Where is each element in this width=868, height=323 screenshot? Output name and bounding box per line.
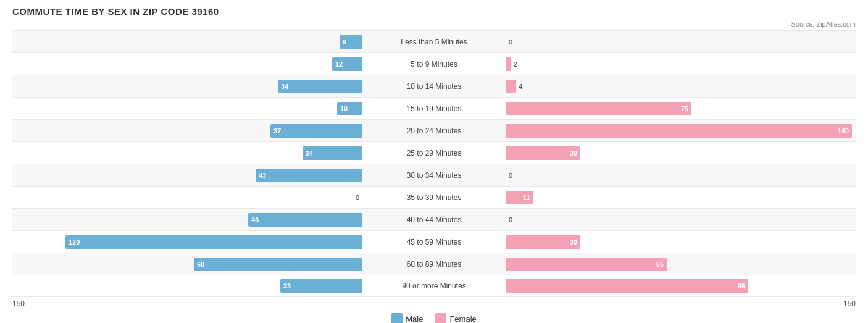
row-label: 20 to 24 Minutes	[364, 127, 504, 135]
chart-area: 9Less than 5 Minutes0125 to 9 Minutes234…	[12, 30, 856, 297]
legend: Male Female	[12, 313, 856, 323]
female-value-inside: 98	[738, 282, 745, 290]
male-value-inside: 37	[273, 127, 281, 135]
female-bar: 75	[506, 102, 691, 115]
legend-female: Female	[435, 313, 476, 323]
chart-row: 6860 to 89 Minutes65	[12, 253, 856, 275]
male-bar: 43	[256, 169, 362, 182]
male-bar: 68	[194, 258, 362, 271]
legend-male-label: Male	[406, 314, 423, 324]
male-value-inside: 120	[69, 238, 80, 246]
source-text: Source: ZipAtlas.com	[12, 20, 856, 28]
row-label: 40 to 44 Minutes	[364, 216, 504, 224]
male-value-inside: 33	[283, 282, 291, 290]
chart-title: COMMUTE TIME BY SEX IN ZIP CODE 39160	[12, 6, 856, 17]
female-bar: 140	[506, 124, 852, 138]
female-bar	[506, 80, 516, 93]
male-bar: 34	[278, 80, 362, 93]
male-value-inside: 10	[340, 105, 348, 112]
female-bar: 98	[506, 279, 748, 293]
chart-container: COMMUTE TIME BY SEX IN ZIP CODE 39160 So…	[12, 6, 856, 323]
row-label: 35 to 39 Minutes	[364, 193, 504, 202]
row-label: 10 to 14 Minutes	[364, 82, 504, 91]
chart-row: 3720 to 24 Minutes140	[12, 119, 856, 141]
axis-left-label: 150	[12, 300, 366, 308]
female-value-inside: 65	[656, 261, 664, 268]
female-bar: 30	[506, 146, 580, 160]
female-value-outside: 4	[519, 83, 522, 90]
female-value-zero: 0	[509, 38, 512, 46]
male-bar: 120	[65, 235, 362, 249]
male-swatch	[391, 313, 403, 323]
female-value-inside: 30	[570, 238, 577, 246]
male-bar: 24	[303, 146, 362, 160]
male-bar: 9	[340, 35, 362, 49]
female-swatch	[435, 313, 446, 323]
male-value-inside: 68	[197, 261, 204, 268]
male-bar: 33	[280, 279, 362, 293]
male-value-inside: 34	[281, 83, 288, 90]
chart-row: 12045 to 59 Minutes30	[12, 230, 856, 253]
female-bar: 65	[506, 258, 667, 271]
female-value-inside: 75	[681, 105, 688, 112]
female-value-zero: 0	[509, 216, 512, 224]
row-label: 25 to 29 Minutes	[364, 149, 504, 157]
axis-row: 150 150	[12, 300, 856, 308]
row-label: 90 or more Minutes	[364, 282, 504, 290]
female-value-zero: 0	[509, 172, 512, 179]
female-value-inside: 30	[570, 149, 577, 157]
chart-row: 035 to 39 Minutes11	[12, 186, 856, 208]
row-label: 45 to 59 Minutes	[364, 238, 504, 246]
female-value-outside: 2	[514, 61, 517, 68]
chart-row: 125 to 9 Minutes2	[12, 52, 856, 75]
female-value-inside: 140	[838, 127, 849, 135]
legend-female-label: Female	[449, 314, 476, 324]
row-label: 5 to 9 Minutes	[364, 60, 504, 69]
male-value-zero: 0	[356, 194, 359, 201]
chart-row: 4640 to 44 Minutes0	[12, 208, 856, 230]
male-bar: 10	[337, 102, 362, 115]
male-value-inside: 9	[343, 38, 346, 46]
legend-male: Male	[391, 313, 423, 323]
chart-row: 2425 to 29 Minutes30	[12, 141, 856, 164]
female-bar: 30	[506, 235, 580, 249]
male-bar: 37	[270, 124, 362, 138]
chart-row: 3410 to 14 Minutes4	[12, 75, 856, 97]
male-value-inside: 43	[259, 172, 266, 179]
chart-row: 9Less than 5 Minutes0	[12, 30, 856, 52]
female-bar	[506, 57, 511, 71]
female-value-inside: 11	[523, 194, 530, 201]
chart-row: 3390 or more Minutes98	[12, 275, 856, 297]
row-label: 15 to 19 Minutes	[364, 104, 504, 113]
row-label: 30 to 34 Minutes	[364, 171, 504, 180]
row-label: Less than 5 Minutes	[364, 38, 504, 46]
chart-row: 4330 to 34 Minutes0	[12, 164, 856, 186]
chart-row: 1015 to 19 Minutes75	[12, 97, 856, 119]
female-bar: 11	[506, 191, 533, 204]
axis-right-label: 150	[502, 300, 856, 308]
male-bar: 46	[248, 213, 362, 227]
male-value-inside: 12	[335, 61, 343, 68]
male-value-inside: 24	[306, 149, 313, 157]
row-label: 60 to 89 Minutes	[364, 260, 504, 269]
male-bar: 12	[332, 57, 362, 71]
male-value-inside: 46	[251, 216, 259, 224]
